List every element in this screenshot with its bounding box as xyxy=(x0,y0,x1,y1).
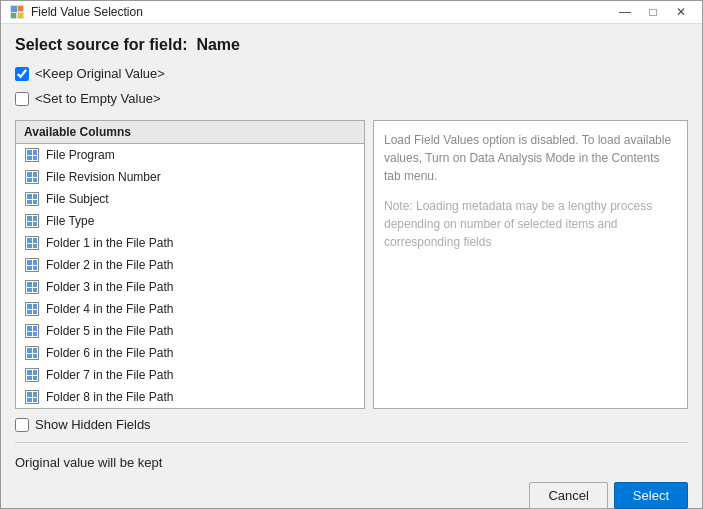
keep-original-row: <Keep Original Value> xyxy=(15,66,688,81)
list-item-label: File Type xyxy=(46,214,94,228)
list-item-label: Folder 2 in the File Path xyxy=(46,258,173,272)
list-item[interactable]: File Subject xyxy=(16,188,364,210)
list-item-icon xyxy=(24,257,40,273)
set-empty-checkbox[interactable] xyxy=(15,92,29,106)
select-source-label: Select source for field: xyxy=(15,36,188,53)
show-hidden-row: Show Hidden Fields xyxy=(15,417,688,432)
list-item-label: File Subject xyxy=(46,192,109,206)
list-item-label: Folder 5 in the File Path xyxy=(46,324,173,338)
list-item-label: Folder 6 in the File Path xyxy=(46,346,173,360)
list-item-label: File Revision Number xyxy=(46,170,161,184)
show-hidden-checkbox[interactable] xyxy=(15,418,29,432)
list-item-icon xyxy=(24,279,40,295)
list-item[interactable]: Folder 2 in the File Path xyxy=(16,254,364,276)
set-empty-row: <Set to Empty Value> xyxy=(15,91,688,106)
main-panel: Available Columns File ProgramFile Revis… xyxy=(15,120,688,409)
keep-original-label: <Keep Original Value> xyxy=(35,66,165,81)
list-item-label: File Program xyxy=(46,148,115,162)
list-item-icon xyxy=(24,191,40,207)
list-item-label: Folder 1 in the File Path xyxy=(46,236,173,250)
svg-rect-4 xyxy=(18,13,23,18)
list-container[interactable]: File ProgramFile Revision NumberFile Sub… xyxy=(16,144,364,408)
right-panel-note: Note: Loading metadata may be a lengthy … xyxy=(384,197,677,251)
list-header: Available Columns xyxy=(16,121,364,144)
cancel-button[interactable]: Cancel xyxy=(529,482,607,509)
svg-rect-1 xyxy=(11,6,17,12)
list-item[interactable]: Folder 5 in the File Path xyxy=(16,320,364,342)
list-item[interactable]: File Type xyxy=(16,210,364,232)
list-item[interactable]: Folder 1 in the File Path xyxy=(16,232,364,254)
list-item-icon xyxy=(24,235,40,251)
select-button[interactable]: Select xyxy=(614,482,688,509)
show-hidden-label: Show Hidden Fields xyxy=(35,417,151,432)
buttons-row: Cancel Select xyxy=(15,482,688,509)
close-button[interactable]: ✕ xyxy=(668,1,694,23)
list-item-icon xyxy=(24,345,40,361)
left-panel: Available Columns File ProgramFile Revis… xyxy=(15,120,365,409)
list-item-label: Folder 4 in the File Path xyxy=(46,302,173,316)
divider xyxy=(15,442,688,443)
list-item-icon xyxy=(24,367,40,383)
right-panel: Load Field Values option is disabled. To… xyxy=(373,120,688,409)
title-bar-title: Field Value Selection xyxy=(31,5,606,19)
title-bar-controls: — □ ✕ xyxy=(612,1,694,23)
list-item-icon xyxy=(24,323,40,339)
set-empty-label: <Set to Empty Value> xyxy=(35,91,161,106)
bottom-section: Show Hidden Fields Original value will b… xyxy=(15,417,688,509)
list-item-label: Folder 7 in the File Path xyxy=(46,368,173,382)
list-item[interactable]: Folder 8 in the File Path xyxy=(16,386,364,408)
list-item[interactable]: Folder 4 in the File Path xyxy=(16,298,364,320)
status-text: Original value will be kept xyxy=(15,455,688,470)
minimize-button[interactable]: — xyxy=(612,1,638,23)
list-item[interactable]: Folder 3 in the File Path xyxy=(16,276,364,298)
svg-rect-3 xyxy=(11,13,16,18)
list-item[interactable]: Folder 7 in the File Path xyxy=(16,364,364,386)
list-item-icon xyxy=(24,147,40,163)
window: Field Value Selection — □ ✕ Select sourc… xyxy=(0,0,703,509)
list-item-icon xyxy=(24,169,40,185)
list-item-icon xyxy=(24,301,40,317)
list-item[interactable]: File Revision Number xyxy=(16,166,364,188)
list-item-icon xyxy=(24,389,40,405)
title-bar: Field Value Selection — □ ✕ xyxy=(1,1,702,24)
window-icon xyxy=(9,4,25,20)
svg-rect-2 xyxy=(18,6,23,11)
list-item-icon xyxy=(24,213,40,229)
field-title: Select source for field: Name xyxy=(15,36,688,54)
list-item-label: Folder 8 in the File Path xyxy=(46,390,173,404)
list-item-label: Folder 3 in the File Path xyxy=(46,280,173,294)
keep-original-checkbox[interactable] xyxy=(15,67,29,81)
right-panel-message: Load Field Values option is disabled. To… xyxy=(384,131,677,185)
main-content: Select source for field: Name <Keep Orig… xyxy=(1,24,702,509)
field-name: Name xyxy=(196,36,240,53)
list-item[interactable]: Folder 6 in the File Path xyxy=(16,342,364,364)
list-item[interactable]: File Program xyxy=(16,144,364,166)
maximize-button[interactable]: □ xyxy=(640,1,666,23)
